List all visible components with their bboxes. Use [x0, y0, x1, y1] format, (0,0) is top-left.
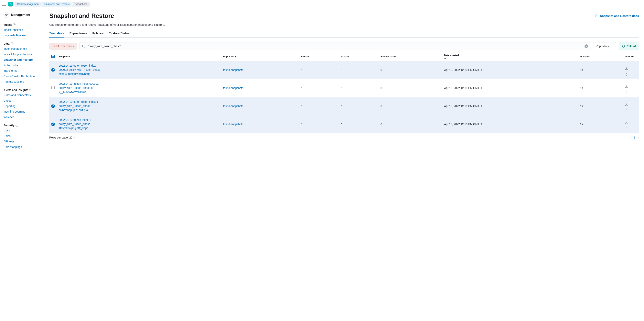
nav-item[interactable]: Rules and Connectors: [0, 92, 44, 98]
restore-button[interactable]: [625, 85, 637, 88]
space-selector[interactable]: D: [8, 2, 13, 7]
restore-button[interactable]: [625, 121, 637, 124]
main-content: Snapshot and Restore Snapshot and Restor…: [44, 8, 644, 321]
snapshot-name-link[interactable]: 2022.04.19-other-frozen-index-000002-pol…: [59, 64, 106, 76]
delete-button[interactable]: [625, 109, 637, 112]
table-row: 2022.04.19-other-frozen-index-000002-pol…: [49, 61, 639, 79]
menu-toggle-button[interactable]: [2, 2, 6, 6]
indices-cell: 1: [299, 115, 339, 133]
help-icon: [595, 14, 598, 18]
nav-item[interactable]: API keys: [0, 139, 44, 144]
nav-item[interactable]: Watcher: [0, 114, 44, 120]
top-header: D Stack Management Snapshot and Restore …: [0, 0, 644, 8]
duration-cell: 1s: [578, 115, 623, 133]
nav-item[interactable]: Rollup Jobs: [0, 63, 44, 68]
snapshot-name-link[interactable]: 2022.04.19-frozen-index-000002-policy_wi…: [59, 82, 106, 94]
delete-button[interactable]: [625, 127, 637, 130]
pagination: 1: [630, 136, 639, 139]
shards-cell: 1: [339, 79, 378, 97]
row-checkbox[interactable]: [52, 105, 54, 108]
repository-filter-label: Repository: [596, 45, 609, 48]
col-snapshot[interactable]: Snapshot: [57, 53, 221, 61]
failed-shards-cell: 0: [378, 115, 442, 133]
breadcrumb-item[interactable]: Stack Management: [15, 2, 42, 7]
failed-shards-cell: 0: [378, 97, 442, 115]
next-page-button[interactable]: [637, 136, 639, 139]
nav-item[interactable]: Index Lifecycle Policies: [0, 52, 44, 57]
delete-button[interactable]: [625, 91, 637, 94]
col-failed-shards[interactable]: Failed shards: [378, 53, 442, 61]
nav-item[interactable]: Cases: [0, 98, 44, 103]
search-icon: [82, 45, 85, 48]
help-icon[interactable]: ?: [13, 23, 16, 26]
col-actions: Actions: [623, 53, 639, 61]
breadcrumbs: Stack Management Snapshot and Restore Sn…: [15, 2, 90, 7]
page-title: Snapshot and Restore: [49, 12, 114, 20]
nav-item[interactable]: Index Management: [0, 46, 44, 52]
help-icon[interactable]: ?: [10, 42, 13, 45]
nav-item[interactable]: Reporting: [0, 103, 44, 109]
delete-button[interactable]: [625, 73, 637, 76]
prev-page-button[interactable]: [630, 136, 632, 139]
col-date-created-label: Date created: [444, 54, 459, 57]
help-icon[interactable]: ?: [30, 89, 32, 91]
restore-button[interactable]: [625, 67, 637, 70]
nav-item[interactable]: Ingest Pipelines: [0, 27, 44, 33]
row-checkbox[interactable]: [52, 86, 54, 89]
nav-item[interactable]: Transforms: [0, 68, 44, 74]
failed-shards-cell: 0: [378, 79, 442, 97]
tab[interactable]: Policies: [92, 32, 104, 38]
nav-item[interactable]: Roles: [0, 133, 44, 139]
nav-item[interactable]: Cross-Cluster Replication: [0, 74, 44, 79]
col-repository[interactable]: Repository: [221, 53, 299, 61]
nav-item[interactable]: Remote Clusters: [0, 79, 44, 85]
nav-item[interactable]: Users: [0, 128, 44, 133]
tab[interactable]: Repositories: [70, 32, 87, 38]
snapshot-name-link[interactable]: 2022.04.19-other-frozen-index-1-policy_w…: [59, 100, 106, 112]
indices-cell: 1: [299, 79, 339, 97]
breadcrumb-item[interactable]: Snapshot and Restore: [41, 2, 72, 7]
repository-link[interactable]: found-snapshots: [223, 68, 244, 72]
repository-link[interactable]: found-snapshots: [223, 86, 244, 90]
nav-group: Ingest?Ingest PipelinesLogstash Pipeline…: [0, 21, 44, 39]
nav-item[interactable]: Logstash Pipelines: [0, 33, 44, 38]
nav-group-title: Alerts and Insights?: [0, 88, 44, 92]
table-row: 2022.04.19-frozen-index-1-policy_with_fr…: [49, 115, 639, 133]
date-created-cell: Apr 19, 2022 12:19 PM GMT+1: [442, 97, 578, 115]
col-duration[interactable]: Duration: [578, 53, 623, 61]
svg-point-1: [596, 16, 597, 16]
clear-search-button[interactable]: [584, 44, 588, 48]
indices-cell: 1: [299, 61, 339, 79]
nav-item[interactable]: Role Mappings: [0, 144, 44, 150]
snapshot-name-link[interactable]: 2022.04.19-frozen-index-1-policy_with_fr…: [59, 118, 106, 130]
page-number[interactable]: 1: [634, 136, 635, 139]
repository-filter[interactable]: Repository: [593, 42, 616, 50]
help-icon[interactable]: ?: [16, 124, 18, 127]
table-footer: Rows per page: 20 1: [49, 136, 639, 139]
rows-per-page-selector[interactable]: Rows per page: 20: [49, 136, 76, 139]
nav-group-title: Data?: [0, 41, 44, 46]
restore-button[interactable]: [625, 103, 637, 106]
docs-link[interactable]: Snapshot and Restore docs: [595, 12, 639, 18]
nav-group-title: Security?: [0, 123, 44, 128]
col-shards[interactable]: Shards: [339, 53, 378, 61]
repository-link[interactable]: found-snapshots: [223, 123, 244, 126]
select-all-checkbox[interactable]: [51, 55, 55, 58]
nav-item[interactable]: Machine Learning: [0, 109, 44, 114]
reload-label: Reload: [626, 45, 636, 48]
date-created-cell: Apr 19, 2022 12:19 PM GMT+1: [442, 115, 578, 133]
repository-link[interactable]: found-snapshots: [223, 105, 244, 108]
search-input[interactable]: [80, 42, 590, 50]
col-indices[interactable]: Indices: [299, 53, 339, 61]
reload-button[interactable]: Reload: [619, 42, 639, 50]
sort-desc-icon: [444, 57, 576, 59]
sidebar-header: Management: [0, 12, 44, 21]
delete-snapshots-button[interactable]: Delete snapshots: [49, 43, 77, 50]
search-field-wrapper: [80, 42, 590, 50]
row-checkbox[interactable]: [52, 123, 54, 126]
tab[interactable]: Snapshots: [49, 32, 64, 38]
row-checkbox[interactable]: [52, 68, 54, 72]
nav-item[interactable]: Snapshot and Restore: [0, 57, 44, 63]
col-date-created[interactable]: Date created: [442, 53, 578, 61]
tab[interactable]: Restore Status: [108, 32, 130, 38]
